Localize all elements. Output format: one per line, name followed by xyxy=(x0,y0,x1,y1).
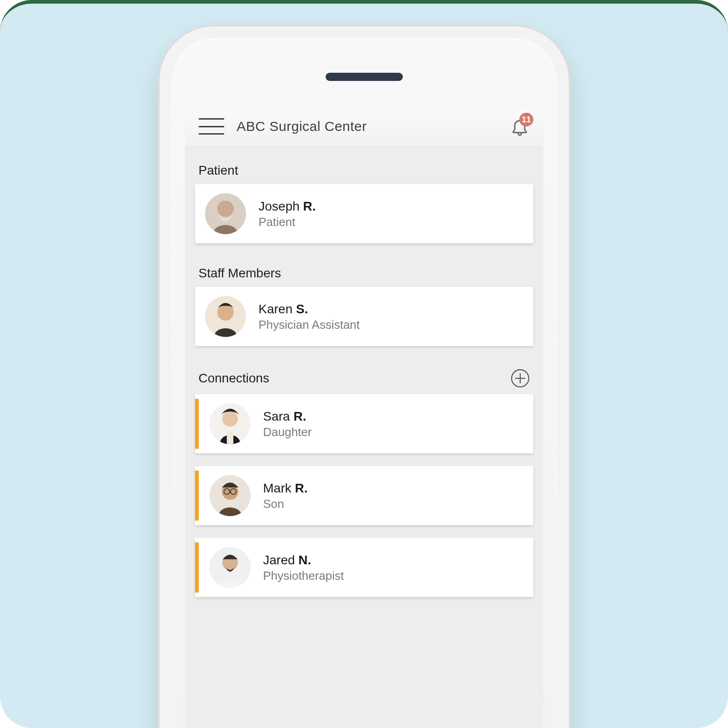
connection-card[interactable]: Sara R. Daughter xyxy=(195,394,533,453)
person-info: Joseph R. Patient xyxy=(259,198,316,229)
person-role: Daughter xyxy=(263,425,312,439)
stage: ABC Surgical Center 11 Patient xyxy=(0,0,728,728)
avatar xyxy=(205,296,246,337)
section-title: Patient xyxy=(199,163,238,178)
person-info: Karen S. Physician Assistant xyxy=(259,301,360,332)
avatar xyxy=(205,193,246,234)
person-name: Joseph R. xyxy=(259,198,316,214)
person-name: Mark R. xyxy=(263,480,308,496)
svg-point-1 xyxy=(217,201,234,217)
section-header-staff: Staff Members xyxy=(195,256,533,287)
plus-circle-icon xyxy=(511,369,530,388)
person-info: Mark R. Son xyxy=(263,480,308,511)
app-title: ABC Surgical Center xyxy=(237,119,367,134)
person-role: Patient xyxy=(259,215,316,229)
patient-card[interactable]: Joseph R. Patient xyxy=(195,184,533,243)
section-header-patient: Patient xyxy=(195,153,533,184)
add-connection-button[interactable] xyxy=(511,369,530,388)
person-role: Physiotherapist xyxy=(263,569,344,583)
hamburger-icon[interactable] xyxy=(199,118,224,135)
app-screen: ABC Surgical Center 11 Patient xyxy=(185,106,543,728)
connection-card[interactable]: Jared N. Physiotherapist xyxy=(195,538,533,597)
person-role: Son xyxy=(263,497,308,511)
svg-point-8 xyxy=(222,411,237,427)
content-area: Patient Jo xyxy=(185,147,543,597)
section-header-connections: Connections xyxy=(195,359,533,394)
person-name: Sara R. xyxy=(263,408,312,424)
app-header: ABC Surgical Center 11 xyxy=(185,106,543,147)
staff-card[interactable]: Karen S. Physician Assistant xyxy=(195,287,533,346)
phone-body: ABC Surgical Center 11 Patient xyxy=(171,38,557,728)
notifications-button[interactable]: 11 xyxy=(510,116,530,136)
notification-badge: 11 xyxy=(519,113,533,126)
avatar xyxy=(210,475,251,516)
avatar xyxy=(210,547,251,588)
phone-frame: ABC Surgical Center 11 Patient xyxy=(160,26,569,728)
section-title: Staff Members xyxy=(199,266,281,281)
phone-speaker xyxy=(326,73,403,81)
person-info: Sara R. Daughter xyxy=(263,408,312,439)
person-name: Jared N. xyxy=(263,552,344,568)
person-role: Physician Assistant xyxy=(259,318,360,332)
avatar xyxy=(210,403,251,444)
person-info: Jared N. Physiotherapist xyxy=(263,552,344,583)
section-title: Connections xyxy=(199,371,270,386)
connection-card[interactable]: Mark R. Son xyxy=(195,466,533,525)
person-name: Karen S. xyxy=(259,301,360,317)
